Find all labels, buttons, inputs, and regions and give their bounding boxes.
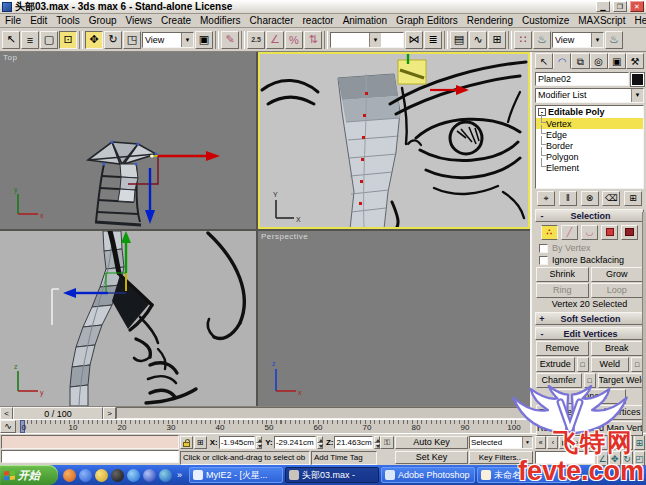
current-frame-field[interactable] <box>535 451 595 464</box>
edge-subobject-icon[interactable]: ╱ <box>561 225 578 240</box>
x-coordinate-field[interactable]: -1.945cm <box>219 436 255 449</box>
chamfer-button[interactable]: Chamfer <box>536 373 582 388</box>
align-icon[interactable]: ≣ <box>424 31 442 49</box>
chevron-down-icon[interactable]: ▼ <box>369 33 381 47</box>
menu-edit[interactable]: Edit <box>30 15 47 26</box>
viewport-perspective[interactable]: z x Perspective <box>258 231 530 406</box>
play-icon[interactable]: ▶ <box>559 436 570 449</box>
quick-launch-icon[interactable] <box>79 469 92 482</box>
curve-editor-icon[interactable]: ∿ <box>469 31 487 49</box>
pin-stack-icon[interactable]: ⌖ <box>537 191 555 206</box>
modify-tab-icon[interactable]: ◠ <box>553 53 571 69</box>
loop-button[interactable]: Loop <box>591 283 644 298</box>
auto-key-button[interactable]: Auto Key <box>395 436 468 449</box>
percent-snap-icon[interactable]: % <box>285 31 303 49</box>
menu-help[interactable]: Help <box>634 15 646 26</box>
taskbar-item-3dsmax[interactable]: 头部03.max - <box>285 467 379 483</box>
snap-toggle-icon[interactable]: 2.5 <box>247 31 265 49</box>
z-coordinate-field[interactable]: 21.463cm <box>334 436 372 449</box>
z-spinner[interactable] <box>374 436 380 449</box>
maxscript-macro-line[interactable] <box>1 435 179 449</box>
spinner-snap-icon[interactable]: ⇅ <box>304 31 322 49</box>
hierarchy-tab-icon[interactable]: ⧉ <box>571 53 589 69</box>
chevron-down-icon[interactable]: ▼ <box>522 437 532 448</box>
window-crossing-icon[interactable]: ⊡ <box>59 31 77 49</box>
minimize-icon[interactable]: ▁ <box>596 1 610 12</box>
zoom-extents-all-icon[interactable]: ⊞ <box>634 435 645 450</box>
add-time-tag[interactable]: Add Time Tag <box>311 451 377 465</box>
edit-vertices-rollout-header[interactable]: - Edit Vertices <box>535 327 644 340</box>
stack-item-polygon[interactable]: Polygon <box>536 151 643 162</box>
render-type-dropdown[interactable]: View ▼ <box>552 32 604 48</box>
soft-selection-rollout-header[interactable]: + Soft Selection <box>535 312 644 325</box>
start-button[interactable]: 开始 <box>0 465 58 485</box>
maximize-viewport-icon[interactable]: ◰ <box>634 451 645 466</box>
quick-render-icon[interactable]: ♨ <box>605 31 623 49</box>
chevron-down-icon[interactable]: ▼ <box>591 33 603 47</box>
go-to-end-icon[interactable]: » <box>584 436 595 449</box>
motion-tab-icon[interactable]: ◎ <box>590 53 608 69</box>
render-scene-icon[interactable]: ♨ <box>533 31 551 49</box>
quick-launch-icon[interactable] <box>63 469 76 482</box>
select-by-name-icon[interactable]: ≡ <box>21 31 39 49</box>
quick-launch-icon[interactable] <box>159 469 172 482</box>
absolute-mode-icon[interactable]: ⊞ <box>194 436 207 449</box>
menu-maxscript[interactable]: MAXScript <box>578 15 625 26</box>
target-weld-button[interactable]: Target Weld <box>598 373 644 388</box>
make-unique-icon[interactable]: ⊗ <box>581 191 599 206</box>
key-filters-button[interactable]: Key Filters... <box>469 451 533 464</box>
element-subobject-icon[interactable] <box>621 225 638 240</box>
maxscript-listener-line[interactable] <box>1 450 179 463</box>
angle-snap-icon[interactable]: ∠ <box>266 31 284 49</box>
mini-curve-editor-icon[interactable]: ∿ <box>0 420 16 433</box>
extrude-settings-icon[interactable]: □ <box>577 357 589 372</box>
selection-region-icon[interactable]: ▢ <box>40 31 58 49</box>
object-color-swatch[interactable] <box>631 73 644 86</box>
selection-lock-icon[interactable] <box>180 436 193 449</box>
y-coordinate-field[interactable]: -29.241cm <box>274 436 316 449</box>
layer-manager-icon[interactable]: ▤ <box>450 31 468 49</box>
stack-item-element[interactable]: Element <box>536 162 643 173</box>
quick-launch-icon[interactable] <box>95 469 108 482</box>
menu-group[interactable]: Group <box>89 15 117 26</box>
configure-modifier-icon[interactable]: ⊞ <box>624 191 642 206</box>
menu-modifiers[interactable]: Modifiers <box>200 15 241 26</box>
menu-reactor[interactable]: reactor <box>303 15 334 26</box>
menu-character[interactable]: Character <box>250 15 294 26</box>
reference-coordinate-dropdown[interactable]: View ▼ <box>142 32 194 48</box>
arc-rotate-icon[interactable]: ↻ <box>622 451 633 466</box>
zoom-icon[interactable]: ⌕ <box>597 435 608 450</box>
viewport-label[interactable]: Perspective <box>261 232 308 241</box>
chamfer-settings-icon[interactable]: □ <box>584 373 596 388</box>
schematic-view-icon[interactable]: ⊞ <box>488 31 506 49</box>
menu-file[interactable]: File <box>5 15 21 26</box>
quick-launch-icon[interactable] <box>143 469 156 482</box>
remove-modifier-icon[interactable]: ⌫ <box>602 191 620 206</box>
field-of-view-icon[interactable]: ∠ <box>597 451 608 466</box>
chevron-down-icon[interactable]: ▼ <box>631 89 643 102</box>
extrude-button[interactable]: Extrude <box>536 357 575 372</box>
stack-item-vertex[interactable]: Vertex <box>536 118 643 129</box>
quick-launch-overflow-icon[interactable]: » <box>175 470 184 480</box>
quick-launch-icon[interactable] <box>127 469 140 482</box>
mirror-icon[interactable]: ⋈ <box>405 31 423 49</box>
viewport-side[interactable]: z y <box>0 231 256 406</box>
quick-launch-icon[interactable] <box>111 469 124 482</box>
modifier-list-dropdown[interactable]: Modifier List ▼ <box>535 88 644 103</box>
selected-dropdown[interactable]: Selected ▼ <box>469 436 533 449</box>
set-key-toggle-icon[interactable]: ⚿ <box>380 436 394 449</box>
taskbar-item-untitled[interactable]: 未命名1 - <box>477 467 571 483</box>
set-key-button[interactable]: Set Key <box>395 451 468 464</box>
selection-rollout-header[interactable]: - Selection <box>535 209 644 222</box>
menu-tools[interactable]: Tools <box>56 15 79 26</box>
display-tab-icon[interactable]: ▣ <box>608 53 626 69</box>
time-slider-track[interactable] <box>116 407 530 419</box>
select-and-rotate-icon[interactable]: ↻ <box>104 31 122 49</box>
ring-button[interactable]: Ring <box>536 283 589 298</box>
stack-item-border[interactable]: Border <box>536 140 643 151</box>
border-subobject-icon[interactable]: ◡ <box>581 225 598 240</box>
grow-button[interactable]: Grow <box>591 267 644 282</box>
zoom-all-icon[interactable]: ▦ <box>609 435 620 450</box>
menu-rendering[interactable]: Rendering <box>467 15 513 26</box>
object-name-field[interactable]: Plane02 <box>535 72 629 86</box>
